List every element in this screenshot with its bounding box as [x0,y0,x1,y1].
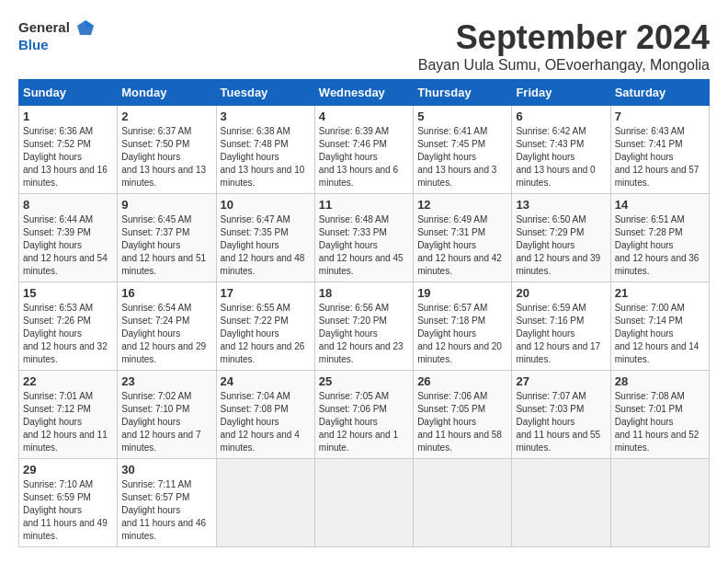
table-row: 8 Sunrise: 6:44 AMSunset: 7:39 PMDayligh… [19,194,118,282]
day-number: 20 [516,286,606,300]
day-number: 1 [23,109,113,123]
table-row: 25 Sunrise: 7:05 AMSunset: 7:06 PMDaylig… [314,371,413,459]
day-detail: Sunrise: 7:02 AMSunset: 7:10 PMDaylight … [121,391,200,453]
calendar-table: Sunday Monday Tuesday Wednesday Thursday… [18,79,710,547]
table-row: 30 Sunrise: 7:11 AMSunset: 6:57 PMDaylig… [118,459,216,547]
day-number: 16 [121,286,211,300]
day-detail: Sunrise: 6:59 AMSunset: 7:16 PMDaylight … [516,303,600,364]
day-detail: Sunrise: 6:53 AMSunset: 7:26 PMDaylight … [23,303,108,364]
logo-blue-text: Blue [18,37,96,52]
day-detail: Sunrise: 6:37 AMSunset: 7:50 PMDaylight … [121,126,206,188]
table-row [314,459,413,547]
table-row [610,459,709,547]
day-number: 4 [319,109,409,123]
day-detail: Sunrise: 6:49 AMSunset: 7:31 PMDaylight … [417,214,502,276]
col-monday: Monday [118,80,216,106]
day-detail: Sunrise: 6:38 AMSunset: 7:48 PMDaylight … [221,126,305,188]
location-title: Bayan Uula Sumu, OEvoerhangay, Mongolia [418,57,710,74]
table-row: 1 Sunrise: 6:36 AMSunset: 7:52 PMDayligh… [19,106,118,194]
month-title: September 2024 [418,18,710,57]
logo: General Blue [18,18,96,52]
day-detail: Sunrise: 6:54 AMSunset: 7:24 PMDaylight … [121,303,206,364]
day-detail: Sunrise: 7:01 AMSunset: 7:12 PMDaylight … [23,391,108,453]
day-number: 10 [221,198,311,212]
day-number: 12 [417,198,507,212]
table-row: 28 Sunrise: 7:08 AMSunset: 7:01 PMDaylig… [610,371,709,459]
day-number: 24 [221,374,311,388]
col-thursday: Thursday [414,80,512,106]
day-number: 30 [121,463,211,477]
day-detail: Sunrise: 7:05 AMSunset: 7:06 PMDaylight … [319,391,398,453]
day-detail: Sunrise: 6:44 AMSunset: 7:39 PMDaylight … [23,214,108,276]
table-row: 26 Sunrise: 7:06 AMSunset: 7:05 PMDaylig… [414,371,512,459]
table-row: 7 Sunrise: 6:43 AMSunset: 7:41 PMDayligh… [610,106,709,194]
table-row: 24 Sunrise: 7:04 AMSunset: 7:08 PMDaylig… [216,371,314,459]
table-row: 15 Sunrise: 6:53 AMSunset: 7:26 PMDaylig… [19,282,118,371]
day-number: 26 [417,374,507,388]
calendar-week-4: 29 Sunrise: 7:10 AMSunset: 6:59 PMDaylig… [19,459,710,547]
day-number: 21 [615,286,705,300]
day-detail: Sunrise: 6:45 AMSunset: 7:37 PMDaylight … [121,214,206,276]
table-row: 17 Sunrise: 6:55 AMSunset: 7:22 PMDaylig… [216,282,314,371]
day-detail: Sunrise: 6:42 AMSunset: 7:43 PMDaylight … [516,126,595,188]
day-number: 9 [121,198,211,212]
table-row: 12 Sunrise: 6:49 AMSunset: 7:31 PMDaylig… [414,194,512,282]
day-detail: Sunrise: 7:06 AMSunset: 7:05 PMDaylight … [417,391,502,453]
table-row: 9 Sunrise: 6:45 AMSunset: 7:37 PMDayligh… [118,194,216,282]
day-detail: Sunrise: 7:11 AMSunset: 6:57 PMDaylight … [121,479,206,541]
logo-text: General Blue [18,18,96,52]
day-number: 25 [319,374,409,388]
day-detail: Sunrise: 6:47 AMSunset: 7:35 PMDaylight … [221,214,305,276]
day-detail: Sunrise: 7:10 AMSunset: 6:59 PMDaylight … [23,479,108,541]
table-row: 20 Sunrise: 6:59 AMSunset: 7:16 PMDaylig… [512,282,610,371]
page-header: General Blue September 2024 Bayan Uula S… [18,18,710,74]
table-row: 3 Sunrise: 6:38 AMSunset: 7:48 PMDayligh… [216,106,314,194]
day-number: 3 [221,109,311,123]
day-detail: Sunrise: 6:39 AMSunset: 7:46 PMDaylight … [319,126,398,188]
day-detail: Sunrise: 6:43 AMSunset: 7:41 PMDaylight … [615,126,700,188]
table-row: 11 Sunrise: 6:48 AMSunset: 7:33 PMDaylig… [314,194,413,282]
calendar-week-1: 8 Sunrise: 6:44 AMSunset: 7:39 PMDayligh… [19,194,710,282]
table-row: 29 Sunrise: 7:10 AMSunset: 6:59 PMDaylig… [19,459,118,547]
table-row: 2 Sunrise: 6:37 AMSunset: 7:50 PMDayligh… [118,106,216,194]
day-number: 18 [319,286,409,300]
table-row: 21 Sunrise: 7:00 AMSunset: 7:14 PMDaylig… [610,282,709,371]
table-row: 5 Sunrise: 6:41 AMSunset: 7:45 PMDayligh… [414,106,512,194]
table-row: 27 Sunrise: 7:07 AMSunset: 7:03 PMDaylig… [512,371,610,459]
table-row: 4 Sunrise: 6:39 AMSunset: 7:46 PMDayligh… [314,106,413,194]
day-detail: Sunrise: 6:48 AMSunset: 7:33 PMDaylight … [319,214,404,276]
day-number: 7 [615,109,705,123]
logo-general: General [18,18,96,39]
calendar-week-2: 15 Sunrise: 6:53 AMSunset: 7:26 PMDaylig… [19,282,710,371]
col-saturday: Saturday [610,80,709,106]
day-number: 13 [516,198,606,212]
day-number: 5 [417,109,507,123]
table-row: 23 Sunrise: 7:02 AMSunset: 7:10 PMDaylig… [118,371,216,459]
col-friday: Friday [512,80,610,106]
col-tuesday: Tuesday [216,80,314,106]
logo-general-text: General [18,19,70,35]
calendar-week-3: 22 Sunrise: 7:01 AMSunset: 7:12 PMDaylig… [19,371,710,459]
header-row: Sunday Monday Tuesday Wednesday Thursday… [19,80,710,106]
table-row [216,459,314,547]
col-wednesday: Wednesday [314,80,413,106]
day-detail: Sunrise: 6:56 AMSunset: 7:20 PMDaylight … [319,303,404,364]
day-detail: Sunrise: 6:50 AMSunset: 7:29 PMDaylight … [516,214,600,276]
day-number: 17 [221,286,311,300]
day-number: 6 [516,109,606,123]
day-number: 8 [23,198,113,212]
day-number: 22 [23,374,113,388]
day-number: 14 [615,198,705,212]
table-row: 22 Sunrise: 7:01 AMSunset: 7:12 PMDaylig… [19,371,118,459]
day-detail: Sunrise: 6:41 AMSunset: 7:45 PMDaylight … [417,126,496,188]
day-number: 11 [319,198,409,212]
table-row: 6 Sunrise: 6:42 AMSunset: 7:43 PMDayligh… [512,106,610,194]
day-number: 29 [23,463,113,477]
table-row: 10 Sunrise: 6:47 AMSunset: 7:35 PMDaylig… [216,194,314,282]
calendar-week-0: 1 Sunrise: 6:36 AMSunset: 7:52 PMDayligh… [19,106,710,194]
day-number: 15 [23,286,113,300]
day-detail: Sunrise: 7:04 AMSunset: 7:08 PMDaylight … [221,391,300,453]
table-row: 13 Sunrise: 6:50 AMSunset: 7:29 PMDaylig… [512,194,610,282]
col-sunday: Sunday [19,80,118,106]
day-number: 19 [417,286,507,300]
